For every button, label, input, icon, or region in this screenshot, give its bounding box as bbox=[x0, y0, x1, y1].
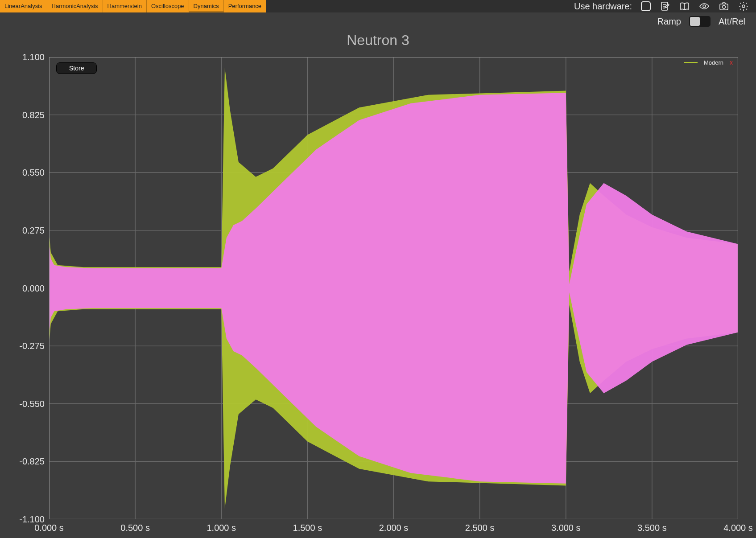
x-tick-label: 1.500 s bbox=[293, 523, 322, 533]
camera-icon[interactable] bbox=[719, 1, 729, 12]
legend-remove-button[interactable]: x bbox=[730, 59, 733, 66]
book-icon[interactable] bbox=[679, 1, 690, 12]
tab-linearanalysis[interactable]: LinearAnalysis bbox=[0, 0, 47, 12]
toolbar-right: Use hardware: bbox=[567, 0, 756, 12]
svg-rect-2 bbox=[720, 4, 728, 10]
tab-hammerstein[interactable]: Hammerstein bbox=[103, 0, 147, 12]
y-tick-label: -0.550 bbox=[19, 398, 45, 409]
use-hardware-label: Use hardware: bbox=[574, 1, 632, 12]
ramp-attrel-toggle[interactable] bbox=[689, 16, 711, 27]
y-tick-label: 0.550 bbox=[22, 168, 45, 178]
tab-oscilloscope[interactable]: Oscilloscope bbox=[147, 0, 189, 12]
svg-point-4 bbox=[742, 5, 745, 8]
tab-performance[interactable]: Performance bbox=[224, 0, 266, 12]
x-tick-label: 1.000 s bbox=[207, 523, 236, 533]
use-hardware-checkbox[interactable] bbox=[641, 1, 651, 11]
x-tick-label: 2.500 s bbox=[465, 523, 495, 533]
y-tick-label: 1.100 bbox=[22, 52, 45, 62]
y-tick-label: -0.825 bbox=[19, 456, 45, 467]
eye-icon[interactable] bbox=[699, 1, 710, 12]
svg-point-1 bbox=[703, 5, 706, 8]
y-tick-label: 0.000 bbox=[22, 283, 45, 293]
legend-swatch-icon bbox=[684, 62, 698, 63]
plot-container: Store Modern x -1.100-0.825-0.550-0.2750… bbox=[49, 57, 738, 519]
tab-dynamics[interactable]: Dynamics bbox=[189, 0, 224, 12]
notes-icon[interactable] bbox=[660, 1, 670, 12]
attrel-label: Att/Rel bbox=[719, 16, 745, 27]
sub-toolbar: Ramp Att/Rel bbox=[0, 12, 756, 30]
chart-area: Neutron 3 Store Modern x -1.100-0.825-0.… bbox=[0, 30, 756, 538]
x-tick-label: 3.000 s bbox=[551, 523, 581, 533]
x-tick-label: 2.000 s bbox=[379, 523, 409, 533]
legend: Modern x bbox=[684, 59, 733, 66]
ramp-label: Ramp bbox=[657, 16, 681, 27]
chart-title: Neutron 3 bbox=[0, 32, 756, 49]
plot-svg[interactable] bbox=[49, 57, 738, 519]
legend-entry-label: Modern bbox=[704, 59, 723, 66]
tab-harmonicanalysis[interactable]: HarmonicAnalysis bbox=[47, 0, 103, 12]
store-button[interactable]: Store bbox=[56, 62, 97, 74]
x-tick-label: 3.500 s bbox=[637, 523, 667, 533]
x-tick-label: 0.500 s bbox=[120, 523, 150, 533]
y-tick-label: 0.275 bbox=[22, 225, 45, 235]
tab-strip: LinearAnalysisHarmonicAnalysisHammerstei… bbox=[0, 0, 266, 12]
y-tick-label: -0.275 bbox=[19, 341, 45, 351]
y-tick-label: 0.825 bbox=[22, 110, 45, 120]
gear-icon[interactable] bbox=[738, 1, 749, 12]
svg-point-3 bbox=[723, 5, 726, 8]
x-tick-label: 4.000 s bbox=[723, 523, 753, 533]
x-tick-label: 0.000 s bbox=[34, 523, 64, 533]
top-toolbar: LinearAnalysisHarmonicAnalysisHammerstei… bbox=[0, 0, 756, 12]
